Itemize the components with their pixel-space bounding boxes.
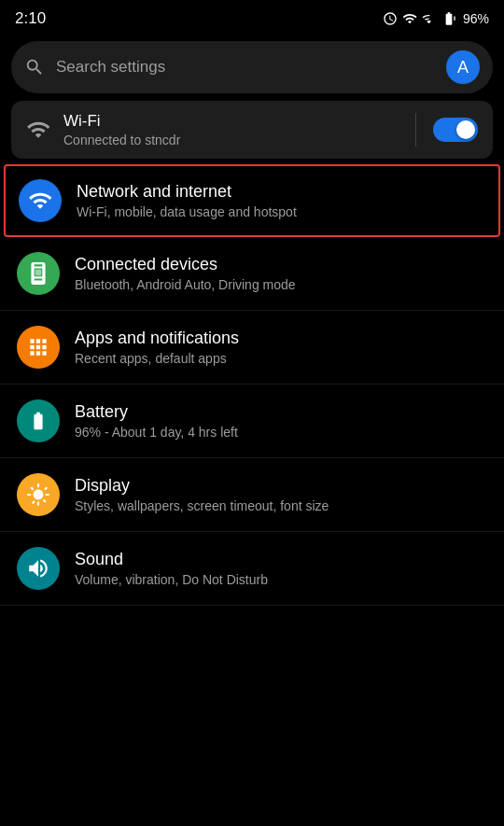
network-subtitle: Wi-Fi, mobile, data usage and hotspot bbox=[77, 204, 485, 219]
signal-icon bbox=[422, 11, 435, 26]
display-icon-circle bbox=[17, 473, 60, 516]
wifi-status-icon bbox=[401, 11, 418, 26]
network-text: Network and internet Wi-Fi, mobile, data… bbox=[77, 182, 485, 219]
apps-text: Apps and notifications Recent apps, defa… bbox=[75, 329, 487, 366]
sound-text: Sound Volume, vibration, Do Not Disturb bbox=[75, 550, 487, 587]
wifi-subtitle: Connected to stncdr bbox=[63, 133, 399, 147]
search-icon bbox=[24, 57, 45, 77]
settings-item-sound[interactable]: Sound Volume, vibration, Do Not Disturb bbox=[0, 532, 504, 606]
apps-subtitle: Recent apps, default apps bbox=[75, 351, 487, 366]
wifi-info: Wi-Fi Connected to stncdr bbox=[63, 112, 399, 147]
divider bbox=[415, 113, 416, 147]
wifi-name: Wi-Fi bbox=[63, 112, 399, 131]
status-bar: 2:10 96% bbox=[0, 0, 504, 34]
sound-title: Sound bbox=[75, 550, 487, 569]
settings-list: Network and internet Wi-Fi, mobile, data… bbox=[0, 164, 504, 606]
alarm-icon bbox=[383, 11, 398, 26]
display-text: Display Styles, wallpapers, screen timeo… bbox=[75, 476, 487, 513]
sound-subtitle: Volume, vibration, Do Not Disturb bbox=[75, 572, 487, 587]
settings-item-display[interactable]: Display Styles, wallpapers, screen timeo… bbox=[0, 458, 504, 532]
settings-item-battery[interactable]: Battery 96% - About 1 day, 4 hrs left bbox=[0, 385, 504, 458]
svg-rect-1 bbox=[35, 270, 42, 276]
search-placeholder: Search settings bbox=[56, 58, 435, 77]
connected-devices-title: Connected devices bbox=[75, 255, 487, 274]
network-title: Network and internet bbox=[77, 182, 485, 202]
network-icon-circle bbox=[19, 179, 62, 222]
apps-title: Apps and notifications bbox=[75, 329, 487, 348]
connected-devices-subtitle: Bluetooth, Android Auto, Driving mode bbox=[75, 277, 487, 292]
svg-rect-0 bbox=[454, 16, 455, 21]
battery-status-icon bbox=[439, 11, 459, 26]
display-subtitle: Styles, wallpapers, screen timeout, font… bbox=[75, 498, 487, 513]
wifi-toggle[interactable] bbox=[433, 118, 478, 142]
connected-devices-icon-circle bbox=[17, 252, 60, 295]
settings-item-connected-devices[interactable]: Connected devices Bluetooth, Android Aut… bbox=[0, 237, 504, 311]
battery-subtitle: 96% - About 1 day, 4 hrs left bbox=[75, 425, 487, 440]
wifi-tile-icon bbox=[26, 118, 50, 142]
search-bar[interactable]: Search settings A bbox=[11, 41, 493, 93]
connected-devices-text: Connected devices Bluetooth, Android Aut… bbox=[75, 255, 487, 292]
sound-icon-circle bbox=[17, 547, 60, 590]
battery-text: Battery 96% - About 1 day, 4 hrs left bbox=[75, 402, 487, 440]
settings-item-apps[interactable]: Apps and notifications Recent apps, defa… bbox=[0, 311, 504, 385]
battery-icon-circle bbox=[17, 399, 60, 442]
display-title: Display bbox=[75, 476, 487, 496]
battery-title: Battery bbox=[75, 402, 487, 422]
apps-icon-circle bbox=[17, 326, 60, 369]
status-time: 2:10 bbox=[15, 9, 46, 28]
wifi-tile[interactable]: Wi-Fi Connected to stncdr bbox=[11, 101, 493, 159]
status-icons: 96% bbox=[383, 11, 489, 26]
battery-percent: 96% bbox=[463, 11, 489, 26]
settings-item-network[interactable]: Network and internet Wi-Fi, mobile, data… bbox=[4, 164, 500, 237]
avatar[interactable]: A bbox=[446, 50, 480, 84]
